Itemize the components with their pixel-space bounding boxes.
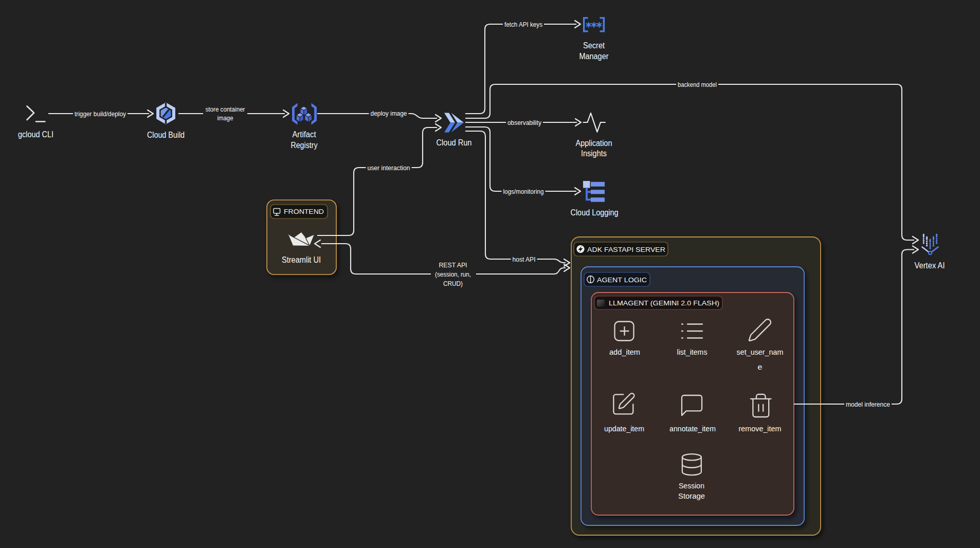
svg-text:Application: Application (576, 139, 612, 148)
svg-text:Streamlit UI: Streamlit UI (282, 255, 321, 264)
svg-text:Vertex AI: Vertex AI (915, 261, 945, 270)
svg-text:Cloud Logging: Cloud Logging (571, 208, 619, 217)
svg-text:deploy image: deploy image (371, 109, 407, 117)
svg-text:remove_item: remove_item (739, 424, 782, 433)
svg-text:list_items: list_items (677, 348, 707, 356)
svg-text:REST API: REST API (439, 261, 467, 269)
svg-text:Secret: Secret (583, 41, 605, 50)
svg-text:user interaction: user interaction (368, 164, 410, 172)
svg-text:LLMAGENT (GEMINI 2.0 FLASH): LLMAGENT (GEMINI 2.0 FLASH) (609, 299, 719, 307)
svg-text:Storage: Storage (678, 491, 705, 500)
svg-text:AGENT LOGIC: AGENT LOGIC (597, 276, 647, 284)
svg-text:Session: Session (679, 481, 704, 490)
svg-text:ADK FASTAPI SERVER: ADK FASTAPI SERVER (587, 246, 665, 253)
svg-text:Artifact: Artifact (293, 130, 317, 139)
svg-text:annotate_item: annotate_item (669, 424, 716, 433)
svg-text:Insights: Insights (581, 149, 607, 158)
svg-text:add_item: add_item (609, 348, 640, 356)
svg-text:observability: observability (507, 119, 541, 126)
svg-text:FRONTEND: FRONTEND (284, 208, 324, 215)
svg-text:Cloud Run: Cloud Run (437, 138, 472, 147)
svg-text:CRUD): CRUD) (443, 280, 463, 287)
svg-text:model inference: model inference (846, 400, 890, 408)
svg-text:fetch API keys: fetch API keys (504, 21, 542, 28)
svg-text:host API: host API (513, 255, 536, 263)
svg-text:Manager: Manager (579, 52, 609, 61)
svg-text:image: image (217, 114, 233, 122)
svg-text:store container: store container (206, 105, 245, 113)
svg-text:Registry: Registry (291, 141, 318, 150)
svg-text:gcloud CLI: gcloud CLI (18, 130, 53, 139)
svg-text:set_user_nam: set_user_nam (737, 348, 784, 356)
svg-text:(session, run,: (session, run, (435, 270, 471, 278)
svg-text:e: e (758, 362, 763, 371)
svg-text:logs/monitoring: logs/monitoring (503, 188, 544, 195)
svg-text:update_item: update_item (604, 424, 644, 433)
svg-text:backend model: backend model (678, 81, 717, 88)
svg-text:Cloud Build: Cloud Build (147, 131, 185, 139)
svg-text:trigger build/deploy: trigger build/deploy (75, 110, 126, 118)
